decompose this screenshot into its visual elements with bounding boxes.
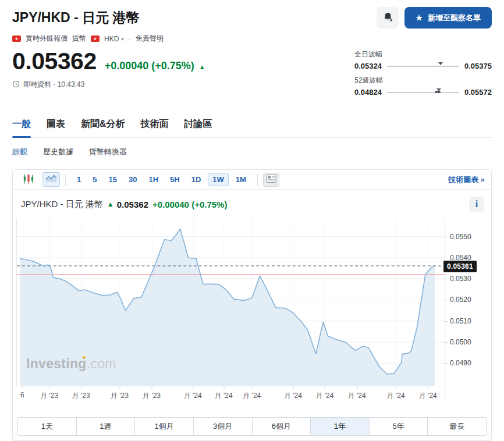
watchlist-label: 新增至觀察名單	[428, 13, 481, 23]
day-range-label: 全日波幅	[354, 49, 492, 59]
tab-1[interactable]: 圖表	[47, 118, 65, 137]
alert-button[interactable]	[377, 7, 399, 29]
timeframe-1[interactable]: 1	[72, 173, 86, 186]
range-button-6[interactable]: 5年	[369, 418, 428, 435]
range-button-2[interactable]: 1個月	[134, 418, 193, 435]
tab-4[interactable]: 討論區	[184, 118, 212, 137]
timeframe-30[interactable]: 30	[124, 173, 141, 186]
plot-area[interactable]: Investing.com	[16, 218, 445, 386]
info-button[interactable]: i	[469, 197, 484, 212]
week52-range-high: 0.05572	[464, 88, 492, 97]
ranges-block: 全日波幅 0.05324 0.05375 52週波幅 0.04824	[354, 49, 492, 97]
news-panel-button[interactable]	[263, 173, 279, 187]
panel-icon	[266, 174, 276, 185]
breadcrumb: ★ 實時外匯報價 貨幣 ★ HKD ▾ · 免責聲明	[12, 34, 492, 44]
area-chart-button[interactable]	[42, 172, 60, 187]
range-button-4[interactable]: 6個月	[252, 418, 311, 435]
timeframe-group: 1515301H5H1D1W1M	[71, 173, 252, 186]
chart-body: Investing.com 6月 '23月 '23月 '23月 '23月 '24…	[13, 218, 491, 402]
currency-dropdown[interactable]: HKD ▾	[104, 35, 124, 43]
week52-range-label: 52週波幅	[354, 76, 492, 86]
range-button-0[interactable]: 1天	[18, 418, 76, 435]
up-arrow-icon: ▲	[199, 63, 205, 70]
x-tick-11: 月 '24	[387, 391, 405, 401]
chart-title: JPY/HKD - 日元 港幣	[21, 199, 103, 210]
price-section: 0.05362 +0.00040 (+0.75%) ▲ 即時資料 · 10:43…	[12, 48, 492, 97]
add-to-watchlist-button[interactable]: ★ 新增至觀察名單	[404, 7, 492, 29]
page-title: JPY/HKD - 日元 港幣	[12, 9, 140, 27]
timeframe-5H[interactable]: 5H	[165, 173, 184, 186]
y-tick-6: 0.0490	[450, 359, 471, 367]
chart-change: +0.00040 (+0.75%)	[152, 200, 227, 209]
x-tick-6: 月 '24	[215, 391, 233, 401]
candlestick-chart-button[interactable]	[19, 173, 38, 186]
hk-flag-icon: ★	[12, 35, 21, 42]
y-axis: 0.05361 0.05500.05400.05300.05200.05100.…	[445, 218, 491, 402]
header: JPY/HKD - 日元 港幣 ★ 新增至觀察名單	[12, 7, 492, 29]
timeframe-1M[interactable]: 1M	[231, 173, 251, 186]
x-tick-4: 月 '23	[143, 391, 161, 401]
day-range-low: 0.05324	[354, 62, 382, 70]
y-tick-3: 0.0520	[450, 296, 471, 304]
range-button-7[interactable]: 最長	[427, 418, 486, 435]
subtab-0[interactable]: 綜觀	[12, 147, 27, 157]
x-tick-12: 月 '24	[419, 391, 437, 401]
price-block: 0.05362 +0.00040 (+0.75%) ▲ 即時資料 · 10:43…	[12, 48, 205, 97]
disclaimer-link[interactable]: 免責聲明	[136, 34, 164, 44]
x-tick-7: 月 '24	[243, 391, 261, 401]
week52-range-low: 0.04824	[354, 88, 382, 97]
x-axis: 6月 '23月 '23月 '23月 '23月 '24月 '24月 '24月 '2…	[16, 386, 445, 402]
tab-3[interactable]: 技術面	[141, 118, 169, 137]
day-range-high: 0.05375	[464, 62, 492, 70]
realtime-text: 即時資料 · 10:43:43	[23, 80, 84, 90]
price-chart[interactable]	[17, 218, 445, 386]
timeframe-1D[interactable]: 1D	[187, 173, 206, 186]
chart-widget: 1515301H5H1D1W1M 技術圖表 » JPY/HKD - 日元 港幣 …	[12, 169, 492, 441]
hk-flag-icon: ★	[91, 35, 100, 42]
x-tick-2: 月 '23	[72, 391, 90, 401]
timeframe-1H[interactable]: 1H	[144, 173, 163, 186]
y-tick-4: 0.0510	[450, 317, 471, 325]
range-button-3[interactable]: 3個月	[193, 418, 252, 435]
x-tick-1: 月 '23	[40, 391, 58, 401]
subtab-1[interactable]: 歷史數據	[43, 147, 73, 157]
range-button-5[interactable]: 1年	[310, 418, 369, 435]
candlestick-icon	[23, 173, 34, 186]
range-marker-icon	[436, 88, 441, 91]
current-price-badge: 0.05361	[443, 261, 477, 272]
day-range: 全日波幅 0.05324 0.05375	[354, 49, 492, 70]
page: JPY/HKD - 日元 港幣 ★ 新增至觀察名單 ★ 實時外匯報價 貨幣 ★	[0, 7, 504, 441]
tab-0[interactable]: 一般	[12, 118, 31, 137]
price-value: 0.05362	[12, 48, 97, 74]
x-tick-10: 月 '24	[348, 391, 366, 401]
bell-plus-icon	[382, 12, 393, 24]
tab-2[interactable]: 新聞&分析	[81, 118, 125, 137]
week52-range-slider	[387, 92, 459, 93]
chevron-down-icon: ▾	[121, 36, 124, 42]
y-tick-1: 0.0540	[450, 254, 471, 262]
info-icon: i	[475, 199, 478, 209]
sub-tabs: 綜觀歷史數據貨幣轉換器	[12, 147, 492, 157]
currency-code: HKD	[104, 35, 119, 43]
star-icon: ★	[416, 13, 423, 22]
chart-price: 0.05362	[117, 200, 148, 209]
breadcrumb-separator: ·	[129, 35, 131, 43]
timeframe-1W[interactable]: 1W	[208, 173, 229, 186]
timeframe-15[interactable]: 15	[104, 173, 121, 186]
range-button-1[interactable]: 1週	[76, 418, 135, 435]
x-tick-5: 月 '24	[184, 391, 202, 401]
technical-chart-link[interactable]: 技術圖表 »	[448, 175, 485, 185]
y-tick-2: 0.0530	[450, 275, 471, 283]
range-marker-icon	[438, 62, 443, 65]
x-tick-0: 6	[20, 391, 24, 399]
divider	[65, 174, 66, 186]
breadcrumb-category[interactable]: 貨幣	[72, 34, 86, 44]
day-range-slider	[387, 66, 459, 67]
breadcrumb-quote-type: 實時外匯報價	[26, 34, 68, 44]
timeframe-5[interactable]: 5	[88, 173, 101, 186]
chart-toolbar: 1515301H5H1D1W1M 技術圖表 »	[13, 170, 491, 190]
up-arrow-icon: ▲	[107, 200, 114, 208]
area-chart-icon	[45, 175, 57, 184]
subtab-2[interactable]: 貨幣轉換器	[89, 147, 127, 157]
y-tick-5: 0.0500	[450, 338, 471, 346]
